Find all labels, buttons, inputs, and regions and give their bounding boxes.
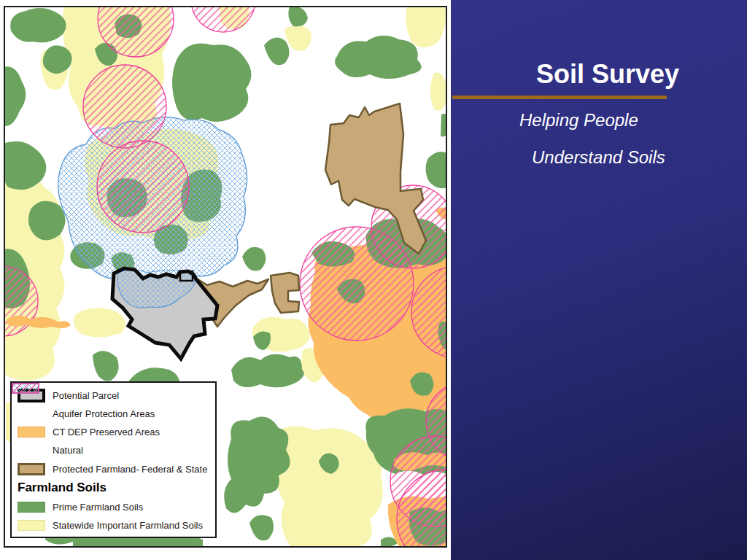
legend-label-prime-farmland: Prime Farmland Soils [53, 502, 143, 513]
subtitle-line-2: Understand Soils [532, 147, 747, 168]
legend-swatch-statewide-farmland [18, 520, 45, 531]
legend-label-statewide-farmland: Statewide Important Farmland Soils [53, 520, 203, 531]
legend-item-statewide-farmland: Statewide Important Farmland Soils [18, 518, 209, 534]
map-area: Potential Parcel Aquifer Protection Area… [0, 0, 451, 560]
title-rule [452, 96, 667, 99]
map-legend: Potential Parcel Aquifer Protection Area… [10, 381, 217, 538]
slide: Potential Parcel Aquifer Protection Area… [0, 0, 747, 560]
legend-item-potential-parcel: Potential Parcel [18, 387, 209, 403]
legend-swatch-natural [12, 383, 39, 394]
slide-title: Soil Survey [536, 61, 747, 88]
subtitle-line-1: Helping People [519, 110, 747, 131]
legend-label-aquifer: Aquifer Protection Areas [53, 408, 155, 419]
legend-swatch-prime-farmland [18, 502, 45, 513]
legend-item-ctdep: CT DEP Preserved Areas [18, 424, 209, 440]
legend-label-ctdep: CT DEP Preserved Areas [53, 427, 160, 438]
legend-item-natural: Natural [18, 443, 209, 459]
legend-label-natural: Natural [53, 445, 83, 456]
legend-label-potential-parcel: Potential Parcel [53, 390, 119, 401]
legend-item-protected-farmland: Protected Farmland- Federal & State [18, 461, 209, 477]
legend-label-protected-farmland: Protected Farmland- Federal & State [53, 464, 207, 475]
legend-item-aquifer: Aquifer Protection Areas [18, 405, 209, 421]
legend-item-prime-farmland: Prime Farmland Soils [18, 499, 209, 516]
legend-swatch-protected-farmland [18, 463, 45, 475]
legend-swatch-ctdep [18, 427, 45, 438]
legend-heading-farmland-soils: Farmland Soils [18, 479, 209, 497]
title-panel: Soil Survey Helping People Understand So… [451, 0, 747, 560]
